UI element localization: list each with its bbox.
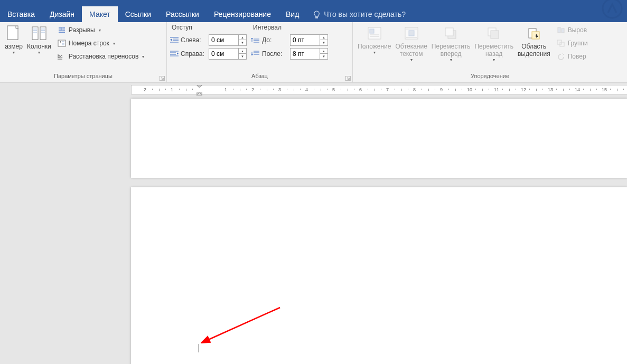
tab-insert[interactable]: Вставка	[0, 6, 42, 22]
tab-review[interactable]: Рецензирование	[207, 6, 278, 22]
svg-line-37	[207, 308, 280, 340]
selection-pane-button[interactable]: Область выделения	[516, 24, 553, 73]
space-before-spinner[interactable]: ▲▼	[290, 34, 328, 46]
columns-button[interactable]: Колонки ▾	[25, 24, 53, 73]
tab-references[interactable]: Ссылки	[118, 6, 158, 22]
ruler-tick: 15	[602, 87, 607, 92]
spinner-up[interactable]: ▲	[320, 49, 327, 54]
space-before-input[interactable]	[291, 35, 320, 45]
svg-rect-32	[532, 32, 539, 39]
svg-rect-34	[562, 28, 564, 33]
dropdown-arrow-icon: ▾	[13, 50, 15, 55]
space-after-input[interactable]	[291, 49, 320, 59]
ruler-tick: 6	[359, 87, 362, 92]
ruler-tick: 8	[413, 87, 416, 92]
spinner-down[interactable]: ▼	[239, 40, 246, 45]
wrap-text-button[interactable]: Обтекание текстом ▾	[393, 24, 429, 73]
ruler-tick: 2	[251, 87, 254, 92]
horizontal-ruler[interactable]: 21123456789101112131415	[131, 85, 627, 94]
document-area: 21123456789101112131415	[0, 83, 627, 364]
tab-view[interactable]: Вид	[278, 6, 306, 22]
ruler-tick: 1	[224, 87, 227, 92]
tab-layout[interactable]: Макет	[82, 6, 118, 22]
ruler-tick: 1	[171, 87, 173, 92]
space-after-icon	[251, 50, 260, 58]
rotate-button[interactable]: Повер	[555, 50, 590, 63]
tab-design[interactable]: Дизайн	[42, 6, 82, 22]
indent-left-spinner[interactable]: ▲▼	[209, 34, 247, 46]
svg-rect-33	[558, 27, 560, 33]
line-numbers-button[interactable]: 1 Номера строк ▾	[55, 37, 147, 50]
svg-rect-30	[491, 31, 499, 39]
breaks-button[interactable]: Разрывы ▾	[55, 24, 147, 36]
text-cursor	[199, 344, 199, 352]
watermark-icon	[602, 0, 623, 19]
group-caption-paragraph: Абзац	[167, 73, 352, 82]
align-button[interactable]: Выров	[555, 24, 590, 36]
space-after-spinner[interactable]: ▲▼	[290, 48, 328, 60]
position-icon	[366, 25, 383, 42]
ruler-tick: 2	[144, 87, 146, 92]
space-before-icon	[251, 36, 260, 44]
columns-icon	[31, 25, 48, 42]
size-button[interactable]: азмер ▾	[3, 24, 25, 73]
ruler-tick: 7	[386, 87, 389, 92]
spinner-down[interactable]: ▼	[320, 40, 327, 45]
indent-left-input[interactable]	[209, 35, 238, 45]
indent-right-input[interactable]	[209, 49, 238, 59]
breaks-icon	[58, 26, 66, 34]
title-bar	[0, 0, 627, 6]
group-button[interactable]: Группи	[555, 37, 590, 50]
tell-me-search[interactable]: Что вы хотите сделать?	[313, 6, 406, 22]
spinner-up[interactable]: ▲	[239, 35, 246, 40]
hyphenation-icon: bc	[58, 52, 66, 61]
align-icon	[557, 26, 565, 34]
dropdown-arrow-icon: ▾	[99, 28, 101, 33]
ruler-tick: 11	[494, 87, 499, 92]
ruler-tick: 3	[278, 87, 281, 92]
svg-rect-24	[409, 31, 414, 36]
dialog-launcher-icon[interactable]	[345, 76, 351, 81]
ruler-tick: 13	[548, 87, 553, 92]
indent-marker-icon[interactable]	[196, 85, 202, 97]
group-caption-page-setup: Параметры страницы	[0, 73, 166, 82]
group-icon	[557, 39, 565, 47]
dropdown-arrow-icon: ▾	[493, 58, 495, 62]
spinner-down[interactable]: ▼	[239, 54, 246, 59]
bring-forward-button[interactable]: Переместить вперед ▾	[429, 24, 473, 73]
ruler-tick: 10	[467, 87, 472, 92]
group-caption-arrange: Упорядочение	[353, 73, 627, 82]
tab-mailings[interactable]: Рассылки	[158, 6, 207, 22]
dropdown-arrow-icon: ▾	[113, 41, 115, 46]
send-backward-button[interactable]: Переместить назад ▾	[472, 24, 516, 73]
dropdown-arrow-icon: ▾	[373, 50, 376, 55]
wrap-text-icon	[403, 25, 420, 42]
indent-header: Отступ	[170, 24, 247, 33]
send-backward-icon	[485, 25, 502, 42]
spinner-up[interactable]: ▲	[239, 49, 246, 54]
selection-pane-icon	[526, 25, 542, 42]
spinner-up[interactable]: ▲	[320, 35, 327, 40]
ruler-tick: 4	[305, 87, 308, 92]
dropdown-arrow-icon: ▾	[142, 54, 144, 59]
svg-text:bc: bc	[58, 54, 63, 59]
spinner-down[interactable]: ▼	[320, 54, 327, 59]
hyphenation-button[interactable]: bc Расстановка переносов ▾	[55, 50, 147, 63]
ruler-tick: 12	[521, 87, 526, 92]
line-numbers-icon: 1	[58, 39, 66, 47]
rotate-icon	[557, 52, 565, 61]
dropdown-arrow-icon: ▾	[38, 50, 40, 55]
spacing-header: Интервал	[251, 24, 328, 33]
document-page-previous[interactable]	[131, 99, 627, 178]
position-button[interactable]: Положение ▾	[355, 24, 393, 73]
page-size-icon	[5, 25, 22, 42]
indent-right-spinner[interactable]: ▲▼	[209, 48, 247, 60]
svg-rect-20	[370, 29, 374, 33]
dropdown-arrow-icon: ▾	[410, 58, 413, 62]
ruler-tick: 5	[332, 87, 335, 92]
svg-rect-28	[445, 28, 453, 36]
annotation-arrow-icon	[201, 305, 285, 348]
tell-me-label: Что вы хотите сделать?	[324, 10, 406, 18]
bring-forward-icon	[443, 25, 460, 42]
dialog-launcher-icon[interactable]	[160, 76, 165, 81]
